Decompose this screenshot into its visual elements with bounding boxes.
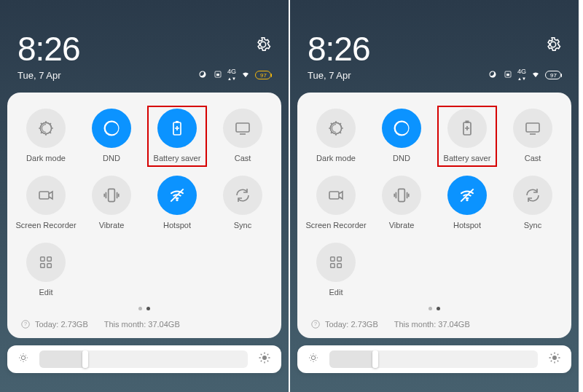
page-dot [138,307,142,310]
data-usage-row[interactable]: ? Today: 2.73GB This month: 37.04GB [15,316,274,331]
brightness-slider[interactable] [7,345,281,373]
tile-edit[interactable]: Edit [15,240,77,304]
brightness-track[interactable] [329,350,538,368]
svg-rect-20 [506,74,509,76]
status-icons-right: 4G▲▼ 97 [487,68,561,82]
data-month: This month: 37.04GB [394,320,470,329]
svg-rect-5 [236,123,249,132]
svg-rect-30 [331,257,335,262]
svg-point-18 [262,356,267,360]
svg-rect-13 [41,264,45,268]
clock-time: 8:26 [17,29,271,68]
tile-cast[interactable]: Cast [211,106,274,170]
clock-time: 8:26 [308,29,561,68]
dnd-status-icon [487,68,498,82]
brightness-track[interactable] [39,350,248,368]
info-icon: ? [310,319,321,329]
svg-point-28 [466,199,468,201]
info-icon: ? [20,319,31,329]
settings-gear-icon[interactable] [255,36,271,55]
tile-edit[interactable]: Edit [305,240,367,304]
svg-rect-8 [109,189,115,201]
tile-battery-saver[interactable]: Battery saver [146,106,208,170]
brightness-fill [39,350,85,368]
page-indicator [15,307,274,310]
svg-rect-14 [47,264,52,268]
svg-rect-1 [216,74,219,76]
tile-screen-recorder[interactable]: Screen Recorder [305,173,367,237]
svg-rect-27 [399,189,405,201]
svg-point-37 [552,356,557,360]
status-bar: 8:26 Tue, 7 Apr 4G▲▼ 97 [290,0,579,88]
tiles-grid: Dark mode DND Battery saver Cast Screen … [305,106,564,304]
brightness-low-icon [17,352,29,366]
phone-screenshot-left: 8:26 Tue, 7 Apr 4G▲▼ 97 Dark mode DND [0,0,290,392]
data-today: Today: 2.73GB [325,320,378,329]
phone-screenshot-right: 8:26 Tue, 7 Apr 4G▲▼ 97 Dark mode DND [290,0,580,392]
network-4g-icon: 4G▲▼ [517,68,526,82]
data-usage-row[interactable]: ? Today: 2.73GB This month: 37.04GB [305,316,564,331]
network-4g-icon: 4G▲▼ [227,68,236,82]
battery-indicator: 97 [255,71,271,79]
data-month: This month: 37.04GB [104,320,180,329]
svg-point-36 [311,356,315,359]
tiles-grid: Dark mode DND Battery saver Cast Screen … [15,106,274,304]
quick-settings-panel: Dark mode DND Battery saver Cast Screen … [7,93,281,338]
page-dot-active [146,307,150,310]
tile-dark-mode[interactable]: Dark mode [15,106,77,170]
svg-rect-12 [47,257,52,262]
svg-rect-24 [526,123,539,132]
svg-rect-4 [176,121,179,123]
settings-gear-icon[interactable] [545,36,561,55]
page-dot-active [437,307,440,310]
status-icons-right: 4G▲▼ 97 [197,68,271,82]
brightness-high-icon [258,351,271,367]
tile-hotspot[interactable]: Hotspot [146,173,208,237]
brightness-fill [329,350,375,368]
svg-rect-33 [337,264,342,268]
svg-rect-11 [41,257,45,262]
page-dot [429,307,432,310]
status-bar: 8:26 Tue, 7 Apr 4G▲▼ 97 [0,0,289,88]
tile-dark-mode[interactable]: Dark mode [305,106,367,170]
tile-cast[interactable]: Cast [501,106,564,170]
svg-text:?: ? [314,321,317,326]
tile-sync[interactable]: Sync [211,173,274,237]
battery-indicator: 97 [545,71,561,79]
tile-screen-recorder[interactable]: Screen Recorder [15,173,77,237]
svg-rect-31 [337,257,342,262]
tile-vibrate[interactable]: Vibrate [80,173,143,237]
svg-rect-32 [331,264,335,268]
tile-sync[interactable]: Sync [501,173,564,237]
dnd-status-icon [197,68,208,82]
svg-rect-23 [466,121,469,123]
page-indicator [305,307,564,310]
svg-rect-26 [329,192,339,199]
svg-rect-7 [39,192,49,199]
brightness-high-icon [548,351,561,367]
quick-settings-panel: Dark mode DND Battery saver Cast Screen … [297,93,571,338]
tile-dnd[interactable]: DND [370,106,433,170]
tile-vibrate[interactable]: Vibrate [370,173,433,237]
svg-text:?: ? [24,321,27,326]
sim-status-icon [502,68,514,82]
tile-dnd[interactable]: DND [80,106,143,170]
svg-point-9 [176,199,178,201]
wifi-icon [530,68,541,82]
brightness-thumb[interactable] [82,350,88,368]
data-today: Today: 2.73GB [35,320,88,329]
tile-battery-saver[interactable]: Battery saver [436,106,498,170]
brightness-slider[interactable] [297,345,571,373]
brightness-low-icon [308,352,319,366]
sim-status-icon [212,68,224,82]
tile-hotspot[interactable]: Hotspot [436,173,498,237]
brightness-thumb[interactable] [372,350,378,368]
wifi-icon [240,68,251,82]
svg-point-17 [21,356,25,359]
